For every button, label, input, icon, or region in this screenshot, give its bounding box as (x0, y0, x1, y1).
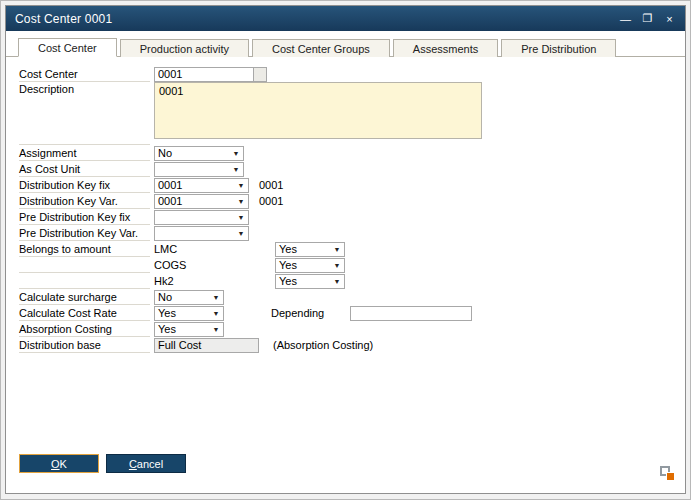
distribution-base-note: (Absorption Costing) (273, 339, 373, 351)
calculate-surcharge-value: No (158, 291, 172, 303)
chevron-down-icon: ▼ (235, 228, 247, 239)
tab-cost-center[interactable]: Cost Center (18, 38, 117, 57)
distribution-key-fix-dropdown[interactable]: 0001 ▼ (154, 178, 249, 193)
choose-from-list-icon[interactable] (254, 67, 267, 82)
belongs-hk2-value: Yes (279, 275, 297, 287)
titlebar[interactable]: Cost Center 0001 — ❐ × (6, 6, 685, 31)
row-belongs-to-amount-cogs: COGS Yes ▼ (19, 257, 685, 273)
distribution-base-label: Distribution base (19, 337, 150, 353)
row-calculate-cost-rate: Calculate Cost Rate Yes ▼ Depending (19, 305, 685, 321)
distribution-key-fix-value: 0001 (158, 179, 182, 191)
cost-center-label: Cost Center (19, 66, 150, 82)
assignment-label: Assignment (19, 145, 150, 161)
row-pre-distribution-key-fix: Pre Distribution Key fix ▼ (19, 209, 685, 225)
distribution-key-fix-description: 0001 (259, 179, 283, 191)
tab-assessments[interactable]: Assessments (393, 39, 498, 57)
chevron-down-icon: ▼ (235, 196, 247, 207)
chevron-down-icon: ▼ (210, 308, 222, 319)
as-cost-unit-label: As Cost Unit (19, 161, 150, 177)
row-belongs-to-amount-lmc: Belongs to amount LMC Yes ▼ (19, 241, 685, 257)
row-belongs-to-amount-hk2: Hk2 Yes ▼ (19, 273, 685, 289)
belongs-lmc-value: Yes (279, 243, 297, 255)
window-title: Cost Center 0001 (15, 12, 112, 26)
tab-pre-distribution[interactable]: Pre Distribution (501, 39, 616, 57)
chevron-down-icon: ▼ (331, 260, 343, 271)
row-assignment: Assignment No ▼ (19, 145, 685, 161)
distribution-key-var-label: Distribution Key Var. (19, 193, 150, 209)
chevron-down-icon: ▼ (230, 164, 242, 175)
belongs-lmc-dropdown[interactable]: Yes ▼ (275, 242, 345, 257)
ok-rest: K (60, 458, 67, 470)
form-settings-icon[interactable] (660, 466, 675, 481)
row-pre-distribution-key-var: Pre Distribution Key Var. ▼ (19, 225, 685, 241)
ok-button[interactable]: OK (19, 454, 99, 473)
distribution-key-var-value: 0001 (158, 195, 182, 207)
tab-cost-center-groups[interactable]: Cost Center Groups (252, 39, 390, 57)
tab-bar: Cost Center Production activity Cost Cen… (6, 31, 685, 57)
absorption-costing-dropdown[interactable]: Yes ▼ (154, 322, 224, 337)
pre-distribution-key-var-label: Pre Distribution Key Var. (19, 225, 150, 241)
distribution-key-fix-label: Distribution Key fix (19, 177, 150, 193)
ok-accel: O (51, 458, 60, 470)
absorption-costing-value: Yes (158, 323, 176, 335)
depending-label: Depending (271, 307, 346, 319)
distribution-key-var-dropdown[interactable]: 0001 ▼ (154, 194, 249, 209)
row-cost-center: Cost Center (19, 66, 685, 82)
belongs-to-amount-label: Belongs to amount (19, 241, 150, 257)
distribution-key-var-description: 0001 (259, 195, 283, 207)
row-absorption-costing: Absorption Costing Yes ▼ (19, 321, 685, 337)
pre-distribution-key-fix-label: Pre Distribution Key fix (19, 209, 150, 225)
belongs-lmc-label: LMC (154, 243, 271, 255)
row-distribution-key-fix: Distribution Key fix 0001 ▼ 0001 (19, 177, 685, 193)
cost-center-input[interactable] (154, 67, 254, 82)
cost-center-dialog: Cost Center 0001 — ❐ × Cost Center Produ… (5, 5, 686, 494)
absorption-costing-label: Absorption Costing (19, 321, 150, 337)
window-controls: — ❐ × (616, 10, 679, 27)
depending-input[interactable] (350, 306, 472, 321)
row-description: Description 0001 (19, 82, 685, 145)
description-label: Description (19, 82, 150, 145)
calculate-surcharge-dropdown[interactable]: No ▼ (154, 290, 224, 305)
pre-distribution-key-fix-dropdown[interactable]: ▼ (154, 210, 249, 225)
maximize-icon[interactable]: ❐ (638, 10, 657, 27)
assignment-dropdown[interactable]: No ▼ (154, 146, 244, 161)
belongs-cogs-value: Yes (279, 259, 297, 271)
pre-distribution-key-var-dropdown[interactable]: ▼ (154, 226, 249, 241)
desktop-background: Cost Center 0001 — ❐ × Cost Center Produ… (0, 0, 691, 500)
row-distribution-base: Distribution base (Absorption Costing) (19, 337, 685, 353)
chevron-down-icon: ▼ (210, 324, 222, 335)
form-settings-orange-square (666, 472, 675, 481)
chevron-down-icon: ▼ (331, 276, 343, 287)
as-cost-unit-dropdown[interactable]: ▼ (154, 162, 244, 177)
chevron-down-icon: ▼ (235, 212, 247, 223)
row-distribution-key-var: Distribution Key Var. 0001 ▼ 0001 (19, 193, 685, 209)
assignment-value: No (158, 147, 172, 159)
belongs-hk2-dropdown[interactable]: Yes ▼ (275, 274, 345, 289)
button-bar: OK Cancel (19, 454, 186, 473)
belongs-hk2-label: Hk2 (154, 275, 271, 287)
form-area: Cost Center Description 0001 Assignment … (6, 57, 685, 353)
belongs-cogs-label: COGS (154, 259, 271, 271)
calculate-cost-rate-dropdown[interactable]: Yes ▼ (154, 306, 224, 321)
calculate-surcharge-label: Calculate surcharge (19, 289, 150, 305)
empty-label (19, 257, 150, 273)
chevron-down-icon: ▼ (230, 148, 242, 159)
belongs-cogs-dropdown[interactable]: Yes ▼ (275, 258, 345, 273)
row-as-cost-unit: As Cost Unit ▼ (19, 161, 685, 177)
description-textarea[interactable]: 0001 (154, 82, 482, 139)
calculate-cost-rate-label: Calculate Cost Rate (19, 305, 150, 321)
close-icon[interactable]: × (660, 10, 679, 27)
distribution-base-input[interactable] (154, 338, 259, 353)
chevron-down-icon: ▼ (331, 244, 343, 255)
cancel-button[interactable]: Cancel (106, 454, 186, 473)
minimize-icon[interactable]: — (616, 10, 635, 27)
cancel-accel: C (129, 458, 137, 470)
calculate-cost-rate-value: Yes (158, 307, 176, 319)
row-calculate-surcharge: Calculate surcharge No ▼ (19, 289, 685, 305)
chevron-down-icon: ▼ (235, 180, 247, 191)
cancel-rest: ancel (137, 458, 163, 470)
empty-label (19, 273, 150, 289)
chevron-down-icon: ▼ (210, 292, 222, 303)
tab-production-activity[interactable]: Production activity (120, 39, 249, 57)
